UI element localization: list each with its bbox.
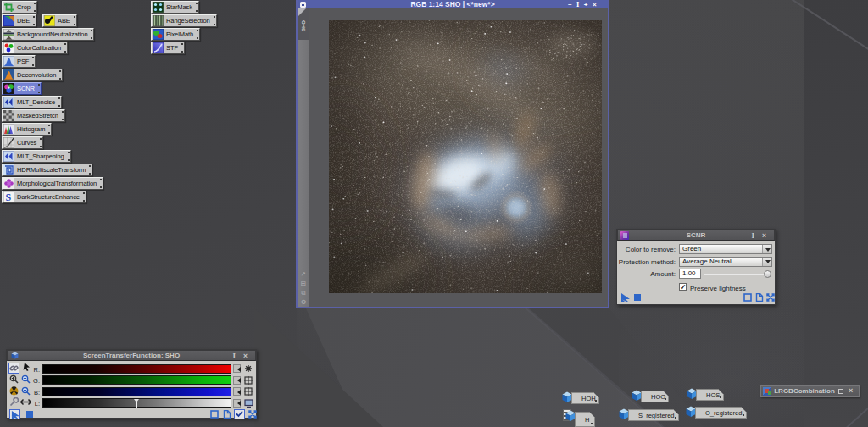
- svg-text:S: S: [6, 191, 12, 202]
